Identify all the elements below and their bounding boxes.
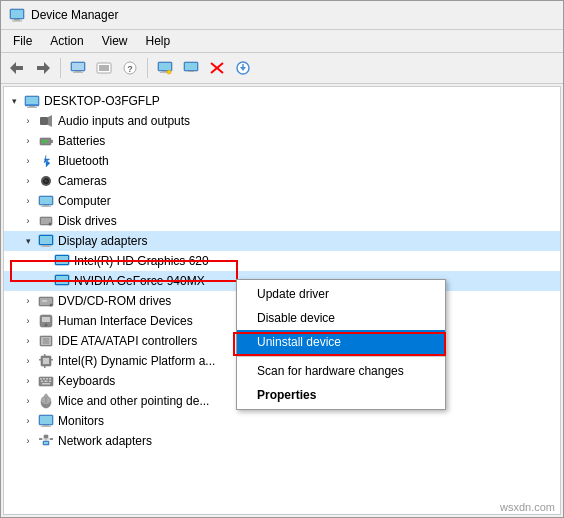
svg-rect-46 bbox=[43, 205, 49, 206]
tree-intel-graphics[interactable]: › Intel(R) HD Graphics 620 bbox=[4, 251, 560, 271]
cameras-label: Cameras bbox=[56, 174, 107, 188]
dvd-label: DVD/CD-ROM drives bbox=[56, 294, 171, 308]
tree-root[interactable]: ▾ DESKTOP-O3FGFLP bbox=[4, 91, 560, 111]
monitors-label: Monitors bbox=[56, 414, 104, 428]
ide-icon bbox=[38, 333, 54, 349]
hid-expander[interactable]: › bbox=[20, 313, 36, 329]
ctx-scan-hardware[interactable]: Scan for hardware changes bbox=[237, 359, 445, 383]
menu-help[interactable]: Help bbox=[138, 32, 179, 50]
tree-display[interactable]: ▾ Display adapters bbox=[4, 231, 560, 251]
cameras-expander[interactable]: › bbox=[20, 173, 36, 189]
svg-rect-82 bbox=[41, 381, 43, 383]
cameras-icon bbox=[38, 173, 54, 189]
svg-rect-73 bbox=[39, 359, 41, 361]
batteries-label: Batteries bbox=[56, 134, 105, 148]
svg-rect-64 bbox=[42, 317, 50, 322]
help-button[interactable]: ? bbox=[118, 56, 142, 80]
svg-rect-101 bbox=[50, 438, 53, 440]
back-button[interactable] bbox=[5, 56, 29, 80]
properties-button[interactable] bbox=[66, 56, 90, 80]
scan-button[interactable] bbox=[179, 56, 203, 80]
intel-dynamic-expander[interactable]: › bbox=[20, 353, 36, 369]
svg-rect-45 bbox=[40, 197, 52, 204]
menu-action[interactable]: Action bbox=[42, 32, 91, 50]
title-bar-text: Device Manager bbox=[31, 8, 118, 22]
delete-button[interactable] bbox=[205, 56, 229, 80]
svg-rect-7 bbox=[72, 63, 84, 70]
tree-monitors[interactable]: › Monitors bbox=[4, 411, 560, 431]
mice-expander[interactable]: › bbox=[20, 393, 36, 409]
svg-point-43 bbox=[43, 178, 45, 180]
svg-text:?: ? bbox=[127, 64, 133, 74]
dvd-expander[interactable]: › bbox=[20, 293, 36, 309]
ctx-update-driver[interactable]: Update driver bbox=[237, 282, 445, 306]
svg-rect-62 bbox=[42, 300, 47, 302]
svg-rect-17 bbox=[159, 63, 171, 70]
svg-rect-31 bbox=[29, 106, 35, 107]
ctx-properties[interactable]: Properties bbox=[237, 383, 445, 407]
ide-label: IDE ATA/ATAPI controllers bbox=[56, 334, 197, 348]
root-expander[interactable]: ▾ bbox=[6, 93, 22, 109]
display-label: Display adapters bbox=[56, 234, 147, 248]
keyboards-label: Keyboards bbox=[56, 374, 115, 388]
svg-rect-100 bbox=[39, 438, 42, 440]
menu-view[interactable]: View bbox=[94, 32, 136, 50]
svg-rect-58 bbox=[56, 276, 68, 284]
computer-label: Computer bbox=[56, 194, 111, 208]
svg-rect-84 bbox=[49, 381, 51, 383]
hid-icon bbox=[38, 313, 54, 329]
network-icon bbox=[38, 433, 54, 449]
batteries-expander[interactable]: › bbox=[20, 133, 36, 149]
svg-marker-39 bbox=[44, 155, 50, 167]
svg-rect-97 bbox=[44, 435, 48, 438]
watermark: wsxdn.com bbox=[500, 501, 555, 513]
computer-icon bbox=[38, 193, 54, 209]
monitors-expander[interactable]: › bbox=[20, 413, 36, 429]
bluetooth-expander[interactable]: › bbox=[20, 153, 36, 169]
bluetooth-label: Bluetooth bbox=[56, 154, 109, 168]
update-button[interactable] bbox=[231, 56, 255, 80]
svg-rect-52 bbox=[40, 236, 52, 244]
svg-rect-2 bbox=[14, 19, 20, 21]
svg-point-89 bbox=[45, 394, 48, 398]
toolbar-separator-1 bbox=[60, 58, 61, 78]
tree-network[interactable]: › Network adapters bbox=[4, 431, 560, 451]
tree-disk[interactable]: › Disk drives bbox=[4, 211, 560, 231]
disk-expander[interactable]: › bbox=[20, 213, 36, 229]
ctx-disable-device[interactable]: Disable device bbox=[237, 306, 445, 330]
disk-label: Disk drives bbox=[56, 214, 117, 228]
svg-rect-79 bbox=[43, 378, 45, 380]
svg-point-65 bbox=[45, 324, 48, 327]
ctx-uninstall-device[interactable]: Uninstall device bbox=[237, 330, 445, 354]
svg-rect-78 bbox=[40, 378, 42, 380]
keyboards-expander[interactable]: › bbox=[20, 373, 36, 389]
svg-rect-3 bbox=[12, 21, 22, 22]
toolbar: ? bbox=[1, 53, 563, 84]
svg-rect-85 bbox=[42, 383, 50, 385]
monitor-button[interactable] bbox=[153, 56, 177, 80]
list-button[interactable] bbox=[92, 56, 116, 80]
ctx-separator bbox=[237, 356, 445, 357]
computer-expander[interactable]: › bbox=[20, 193, 36, 209]
audio-icon bbox=[38, 113, 54, 129]
display-expander[interactable]: ▾ bbox=[20, 233, 36, 249]
tree-computer[interactable]: › Computer bbox=[4, 191, 560, 211]
mice-label: Mice and other pointing de... bbox=[56, 394, 209, 408]
ide-expander[interactable]: › bbox=[20, 333, 36, 349]
audio-expander[interactable]: › bbox=[20, 113, 36, 129]
svg-point-50 bbox=[49, 223, 52, 226]
tree-batteries[interactable]: › Batteries bbox=[4, 131, 560, 151]
svg-rect-92 bbox=[43, 425, 49, 426]
svg-rect-72 bbox=[43, 358, 49, 364]
display-icon bbox=[38, 233, 54, 249]
svg-rect-83 bbox=[45, 381, 48, 383]
tree-cameras[interactable]: › Cameras bbox=[4, 171, 560, 191]
svg-rect-76 bbox=[44, 366, 46, 368]
forward-button[interactable] bbox=[31, 56, 55, 80]
network-expander[interactable]: › bbox=[20, 433, 36, 449]
svg-rect-8 bbox=[75, 71, 81, 72]
tree-audio[interactable]: › Audio inputs and outputs bbox=[4, 111, 560, 131]
menu-file[interactable]: File bbox=[5, 32, 40, 50]
tree-bluetooth[interactable]: › Bluetooth bbox=[4, 151, 560, 171]
svg-rect-91 bbox=[40, 416, 52, 424]
